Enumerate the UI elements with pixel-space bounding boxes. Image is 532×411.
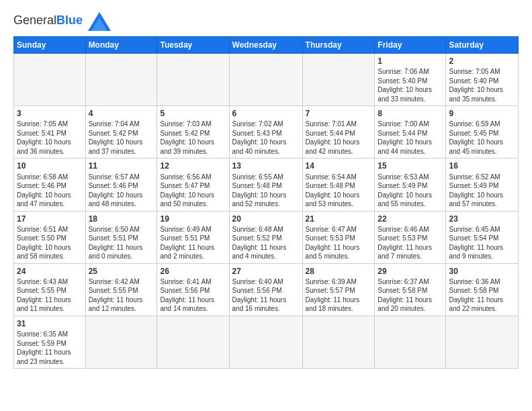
day-info: Sunrise: 6:35 AM Sunset: 5:59 PM Dayligh… — [17, 330, 71, 365]
day-info: Sunrise: 6:49 AM Sunset: 5:51 PM Dayligh… — [160, 226, 214, 261]
day-number: 9 — [449, 108, 515, 119]
day-info: Sunrise: 6:46 AM Sunset: 5:53 PM Dayligh… — [378, 226, 432, 261]
day-number: 15 — [378, 161, 443, 171]
day-number: 20 — [232, 214, 300, 224]
calendar-cell: 13Sunrise: 6:55 AM Sunset: 5:48 PM Dayli… — [229, 158, 302, 211]
week-row-4: 24Sunrise: 6:43 AM Sunset: 5:55 PM Dayli… — [14, 263, 519, 316]
day-info: Sunrise: 7:04 AM Sunset: 5:42 PM Dayligh… — [89, 120, 143, 155]
logo: GeneralBlue — [13, 12, 111, 31]
day-info: Sunrise: 6:57 AM Sunset: 5:46 PM Dayligh… — [89, 173, 143, 208]
day-number: 10 — [17, 161, 83, 171]
day-number: 19 — [160, 214, 226, 224]
calendar-cell: 29Sunrise: 6:37 AM Sunset: 5:58 PM Dayli… — [375, 263, 446, 316]
day-number: 6 — [232, 108, 300, 119]
day-number: 28 — [306, 266, 372, 277]
day-number: 12 — [160, 161, 226, 171]
day-number: 1 — [378, 56, 443, 66]
day-number: 7 — [306, 108, 372, 119]
calendar-cell: 26Sunrise: 6:41 AM Sunset: 5:56 PM Dayli… — [157, 263, 229, 316]
calendar-cell — [85, 54, 157, 106]
calendar-cell — [229, 54, 302, 106]
calendar-cell: 31Sunrise: 6:35 AM Sunset: 5:59 PM Dayli… — [14, 316, 86, 368]
day-number: 27 — [232, 266, 300, 277]
day-info: Sunrise: 6:52 AM Sunset: 5:49 PM Dayligh… — [449, 173, 503, 208]
day-info: Sunrise: 7:05 AM Sunset: 5:40 PM Dayligh… — [449, 68, 503, 103]
day-info: Sunrise: 6:42 AM Sunset: 5:55 PM Dayligh… — [89, 278, 143, 313]
calendar-cell: 8Sunrise: 7:00 AM Sunset: 5:44 PM Daylig… — [375, 106, 446, 158]
weekday-saturday: Saturday — [446, 37, 519, 54]
page: GeneralBlue SundayMondayTuesdayWednesday… — [0, 0, 532, 375]
calendar-cell: 28Sunrise: 6:39 AM Sunset: 5:57 PM Dayli… — [302, 263, 375, 316]
calendar-cell — [85, 316, 157, 368]
weekday-sunday: Sunday — [14, 37, 86, 54]
day-number: 2 — [449, 56, 515, 66]
calendar-cell — [302, 54, 375, 106]
calendar-cell: 21Sunrise: 6:47 AM Sunset: 5:53 PM Dayli… — [302, 211, 375, 263]
calendar-cell: 15Sunrise: 6:53 AM Sunset: 5:49 PM Dayli… — [375, 158, 446, 211]
calendar-cell: 11Sunrise: 6:57 AM Sunset: 5:46 PM Dayli… — [85, 158, 157, 211]
day-info: Sunrise: 6:45 AM Sunset: 5:54 PM Dayligh… — [449, 226, 503, 261]
week-row-2: 10Sunrise: 6:58 AM Sunset: 5:46 PM Dayli… — [14, 158, 519, 211]
day-info: Sunrise: 6:55 AM Sunset: 5:48 PM Dayligh… — [232, 173, 287, 208]
day-number: 16 — [449, 161, 515, 171]
day-info: Sunrise: 6:40 AM Sunset: 5:56 PM Dayligh… — [232, 278, 287, 313]
calendar-cell: 18Sunrise: 6:50 AM Sunset: 5:51 PM Dayli… — [85, 211, 157, 263]
day-info: Sunrise: 7:00 AM Sunset: 5:44 PM Dayligh… — [378, 120, 432, 155]
day-number: 24 — [17, 266, 83, 277]
day-info: Sunrise: 6:59 AM Sunset: 5:45 PM Dayligh… — [449, 120, 503, 155]
calendar-cell — [302, 316, 375, 368]
calendar-cell: 14Sunrise: 6:54 AM Sunset: 5:48 PM Dayli… — [302, 158, 375, 211]
day-info: Sunrise: 7:05 AM Sunset: 5:41 PM Dayligh… — [17, 120, 71, 155]
calendar-cell: 10Sunrise: 6:58 AM Sunset: 5:46 PM Dayli… — [14, 158, 86, 211]
calendar-cell: 4Sunrise: 7:04 AM Sunset: 5:42 PM Daylig… — [85, 106, 157, 158]
weekday-thursday: Thursday — [302, 37, 375, 54]
day-info: Sunrise: 7:03 AM Sunset: 5:42 PM Dayligh… — [160, 120, 214, 155]
day-number: 14 — [306, 161, 372, 171]
calendar-cell: 20Sunrise: 6:48 AM Sunset: 5:52 PM Dayli… — [229, 211, 302, 263]
weekday-monday: Monday — [85, 37, 157, 54]
day-number: 13 — [232, 161, 300, 171]
day-number: 31 — [17, 318, 83, 329]
day-info: Sunrise: 6:50 AM Sunset: 5:51 PM Dayligh… — [89, 226, 143, 261]
day-info: Sunrise: 6:58 AM Sunset: 5:46 PM Dayligh… — [17, 173, 71, 208]
calendar-cell: 6Sunrise: 7:02 AM Sunset: 5:43 PM Daylig… — [229, 106, 302, 158]
logo-text: GeneralBlue — [13, 12, 111, 31]
week-row-5: 31Sunrise: 6:35 AM Sunset: 5:59 PM Dayli… — [14, 316, 519, 368]
weekday-header-row: SundayMondayTuesdayWednesdayThursdayFrid… — [14, 37, 519, 54]
weekday-friday: Friday — [375, 37, 446, 54]
day-info: Sunrise: 7:02 AM Sunset: 5:43 PM Dayligh… — [232, 120, 287, 155]
calendar-cell — [375, 316, 446, 368]
calendar-cell: 17Sunrise: 6:51 AM Sunset: 5:50 PM Dayli… — [14, 211, 86, 263]
week-row-3: 17Sunrise: 6:51 AM Sunset: 5:50 PM Dayli… — [14, 211, 519, 263]
calendar-cell: 23Sunrise: 6:45 AM Sunset: 5:54 PM Dayli… — [446, 211, 519, 263]
day-number: 22 — [378, 214, 443, 224]
calendar-cell: 19Sunrise: 6:49 AM Sunset: 5:51 PM Dayli… — [157, 211, 229, 263]
week-row-1: 3Sunrise: 7:05 AM Sunset: 5:41 PM Daylig… — [14, 106, 519, 158]
day-number: 25 — [89, 266, 154, 277]
calendar: SundayMondayTuesdayWednesdayThursdayFrid… — [13, 36, 519, 369]
week-row-0: 1Sunrise: 7:06 AM Sunset: 5:40 PM Daylig… — [14, 54, 519, 106]
day-number: 3 — [17, 108, 83, 119]
day-number: 5 — [160, 108, 226, 119]
day-info: Sunrise: 7:01 AM Sunset: 5:44 PM Dayligh… — [306, 120, 360, 155]
calendar-cell: 12Sunrise: 6:56 AM Sunset: 5:47 PM Dayli… — [157, 158, 229, 211]
logo-icon — [88, 12, 111, 31]
calendar-cell — [157, 316, 229, 368]
calendar-cell: 27Sunrise: 6:40 AM Sunset: 5:56 PM Dayli… — [229, 263, 302, 316]
day-info: Sunrise: 6:36 AM Sunset: 5:58 PM Dayligh… — [449, 278, 503, 313]
day-number: 30 — [449, 266, 515, 277]
day-info: Sunrise: 6:47 AM Sunset: 5:53 PM Dayligh… — [306, 226, 360, 261]
day-info: Sunrise: 6:39 AM Sunset: 5:57 PM Dayligh… — [306, 278, 360, 313]
weekday-tuesday: Tuesday — [157, 37, 229, 54]
day-info: Sunrise: 6:51 AM Sunset: 5:50 PM Dayligh… — [17, 226, 71, 261]
day-number: 26 — [160, 266, 226, 277]
day-number: 8 — [378, 108, 443, 119]
day-info: Sunrise: 6:54 AM Sunset: 5:48 PM Dayligh… — [306, 173, 360, 208]
calendar-cell: 5Sunrise: 7:03 AM Sunset: 5:42 PM Daylig… — [157, 106, 229, 158]
calendar-cell: 22Sunrise: 6:46 AM Sunset: 5:53 PM Dayli… — [375, 211, 446, 263]
calendar-cell: 3Sunrise: 7:05 AM Sunset: 5:41 PM Daylig… — [14, 106, 86, 158]
day-number: 17 — [17, 214, 83, 224]
weekday-wednesday: Wednesday — [229, 37, 302, 54]
calendar-cell: 16Sunrise: 6:52 AM Sunset: 5:49 PM Dayli… — [446, 158, 519, 211]
day-info: Sunrise: 6:37 AM Sunset: 5:58 PM Dayligh… — [378, 278, 432, 313]
